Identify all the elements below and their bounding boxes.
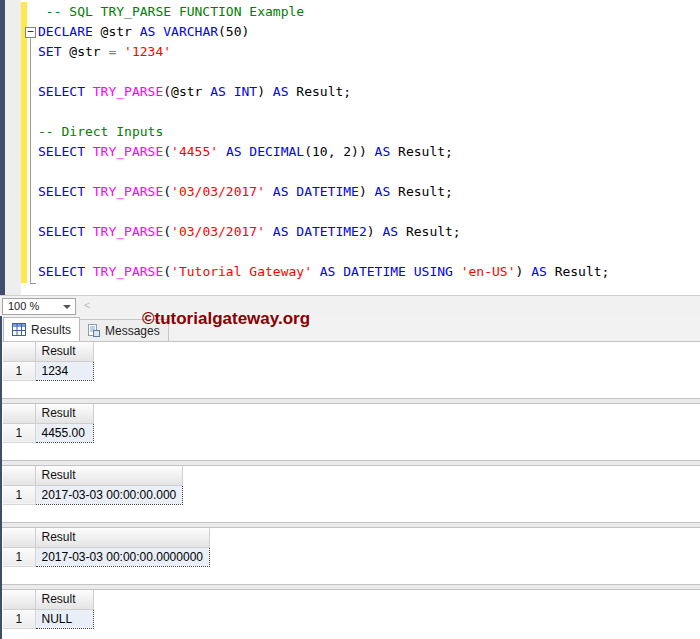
fold-region-end — [30, 283, 36, 284]
tab-results[interactable]: Results — [3, 317, 80, 341]
row-selector-header[interactable] — [3, 528, 35, 547]
row-number[interactable]: 1 — [3, 485, 35, 504]
watermark-text: ©tutorialgateway.org — [142, 309, 310, 329]
change-tracking-bar — [21, 2, 27, 283]
result-cell[interactable]: 2017-03-03 00:00:00.0000000 — [35, 547, 209, 566]
column-header[interactable]: Result — [35, 528, 209, 547]
scroll-left-icon[interactable]: < — [84, 299, 90, 311]
code-line: SELECT TRY_PARSE('Tutorial Gateway' AS D… — [38, 262, 609, 282]
code-line — [38, 162, 609, 182]
code-area[interactable]: -- SQL TRY_PARSE FUNCTION ExampleDECLARE… — [38, 2, 609, 282]
editor-gutter — [5, 0, 21, 295]
code-line: -- SQL TRY_PARSE FUNCTION Example — [38, 2, 609, 22]
result-grid: Result1NULL — [2, 589, 700, 639]
sql-editor[interactable]: − -- SQL TRY_PARSE FUNCTION ExampleDECLA… — [0, 0, 700, 295]
code-line: SELECT TRY_PARSE('4455' AS DECIMAL(10, 2… — [38, 142, 609, 162]
code-line — [38, 62, 609, 82]
code-line — [38, 102, 609, 122]
row-selector-header[interactable] — [3, 404, 35, 423]
code-line — [38, 242, 609, 262]
chevron-down-icon — [63, 305, 71, 309]
row-selector-header[interactable] — [3, 342, 35, 361]
result-grids-container: Result11234Result14455.00Result12017-03-… — [2, 341, 700, 639]
row-number[interactable]: 1 — [3, 361, 35, 380]
code-line: SELECT TRY_PARSE('03/03/2017' AS DATETIM… — [38, 182, 609, 202]
row-selector-header[interactable] — [3, 590, 35, 609]
code-line — [38, 202, 609, 222]
result-cell[interactable]: 2017-03-03 00:00:00.000 — [35, 485, 183, 504]
editor-scrollbar-row: 100 % < — [0, 295, 700, 316]
results-tabstrip: Results Messages ©tutorialgateway.org — [2, 316, 700, 341]
result-grid: Result12017-03-03 00:00:00.000 — [2, 465, 700, 523]
messages-icon — [87, 324, 100, 337]
result-cell[interactable]: 1234 — [35, 361, 93, 380]
row-number[interactable]: 1 — [3, 547, 35, 566]
row-selector-header[interactable] — [3, 466, 35, 485]
zoom-value: 100 % — [8, 300, 39, 312]
results-grid-icon — [12, 323, 26, 336]
column-header[interactable]: Result — [35, 466, 183, 485]
tab-results-label: Results — [31, 323, 71, 337]
column-header[interactable]: Result — [35, 342, 93, 361]
result-grid: Result14455.00 — [2, 403, 700, 461]
results-pane: Results Messages ©tutorialgateway.org Re… — [0, 316, 700, 639]
column-header[interactable]: Result — [35, 404, 93, 423]
row-number[interactable]: 1 — [3, 423, 35, 442]
zoom-dropdown[interactable]: 100 % — [2, 298, 76, 315]
row-number[interactable]: 1 — [3, 609, 35, 628]
code-line: DECLARE @str AS VARCHAR(50) — [38, 22, 609, 42]
result-cell[interactable]: NULL — [35, 609, 93, 628]
column-header[interactable]: Result — [35, 590, 93, 609]
result-cell[interactable]: 4455.00 — [35, 423, 93, 442]
code-line: -- Direct Inputs — [38, 122, 609, 142]
fold-collapse-icon[interactable]: − — [25, 27, 36, 38]
result-grid: Result12017-03-03 00:00:00.0000000 — [2, 527, 700, 585]
result-grid: Result11234 — [2, 341, 700, 399]
fold-region-line — [30, 38, 31, 283]
code-line: SET @str = '1234' — [38, 42, 609, 62]
ssms-query-window: − -- SQL TRY_PARSE FUNCTION ExampleDECLA… — [0, 0, 700, 639]
code-line: SELECT TRY_PARSE('03/03/2017' AS DATETIM… — [38, 222, 609, 242]
code-line: SELECT TRY_PARSE(@str AS INT) AS Result; — [38, 82, 609, 102]
